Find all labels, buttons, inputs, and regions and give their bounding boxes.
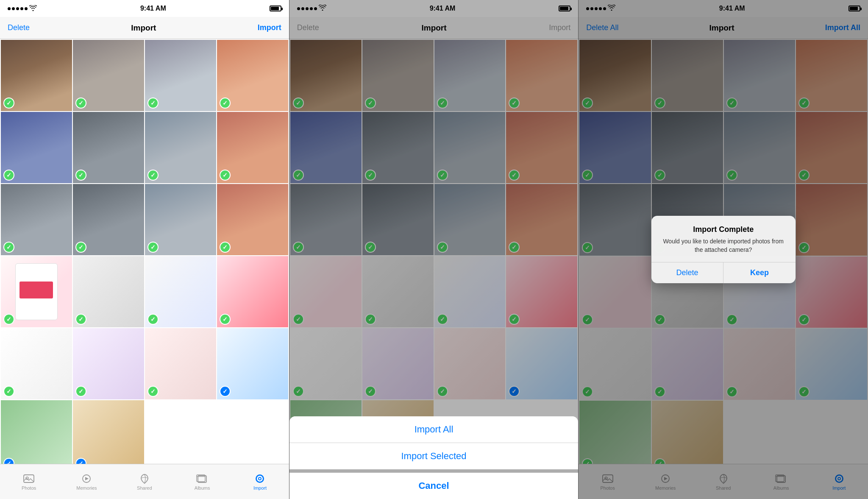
check-r3c1 <box>3 242 14 253</box>
photo-cell-r3c3[interactable] <box>145 184 216 255</box>
check-r2c2 <box>75 170 86 181</box>
photo-cell-r2c3[interactable] <box>145 112 216 183</box>
svg-point-10 <box>259 478 261 479</box>
photo-cell-r5c1[interactable] <box>1 328 72 399</box>
check-r3c4 <box>220 242 231 253</box>
import-all-option[interactable]: Import All <box>289 416 579 443</box>
panel-3: 9:41 AM Delete All Import Import All <box>579 0 868 499</box>
nav-bar-1: Delete Import Import <box>0 17 289 39</box>
dot2 <box>12 7 15 10</box>
photo-cell-r2c1[interactable] <box>1 112 72 183</box>
photo-cell-r5c4[interactable] <box>217 328 288 399</box>
grid-inner-1 <box>0 39 289 464</box>
photo-cell-r1c1[interactable] <box>1 40 72 111</box>
tab-memories-1[interactable]: Memories <box>70 473 103 491</box>
nav-import-1[interactable]: Import <box>258 23 281 32</box>
check-r1c2 <box>75 98 86 109</box>
battery-area-1 <box>270 6 281 11</box>
photo-cell-r2c2[interactable] <box>73 112 144 183</box>
svg-rect-0 <box>24 475 34 482</box>
tab-albums-label-1: Albums <box>195 485 210 491</box>
alert-buttons: Delete Keep <box>651 262 796 283</box>
dot4 <box>20 7 23 10</box>
check-r3c2 <box>75 242 86 253</box>
battery-icon-1 <box>270 6 281 11</box>
status-time-1: 9:41 AM <box>140 5 166 12</box>
photo-cell-r4c1[interactable] <box>1 256 72 327</box>
check-r4c4 <box>220 314 231 325</box>
check-r5c3 <box>147 386 159 397</box>
photo-cell-r5c3[interactable] <box>145 328 216 399</box>
action-sheet-cancel[interactable]: Cancel <box>289 473 579 499</box>
photo-cell-r4c3[interactable] <box>145 256 216 327</box>
photo-grid-1 <box>0 39 289 464</box>
tab-shared-label-1: Shared <box>137 485 152 491</box>
photo-cell-r1c3[interactable] <box>145 40 216 111</box>
alert-keep-button[interactable]: Keep <box>723 262 796 283</box>
svg-marker-3 <box>85 477 89 480</box>
nav-title-1: Import <box>131 23 156 33</box>
alert-delete-button[interactable]: Delete <box>651 262 724 283</box>
tab-memories-label-1: Memories <box>76 485 97 491</box>
check-r5c1 <box>3 386 14 397</box>
tab-albums-1[interactable]: Albums <box>185 473 219 491</box>
check-r4c2 <box>75 314 86 325</box>
memories-icon-1 <box>81 473 92 484</box>
check-r4c1 <box>3 314 14 325</box>
signal-dots <box>8 7 28 10</box>
photo-cell-r2c4[interactable] <box>217 112 288 183</box>
albums-icon-1 <box>196 473 208 484</box>
status-bar-1: 9:41 AM <box>0 0 289 17</box>
alert-body: Import Complete Would you like to delete… <box>651 216 796 262</box>
check-r1c1 <box>3 98 14 109</box>
tab-shared-1[interactable]: Shared <box>128 473 161 491</box>
dot3 <box>16 7 19 10</box>
alert-title: Import Complete <box>660 225 787 234</box>
panel-1: 9:41 AM Delete Import Import <box>0 0 289 499</box>
check-r2c1 <box>3 170 14 181</box>
shared-icon-1 <box>139 473 150 484</box>
tab-photos-1[interactable]: Photos <box>12 473 46 491</box>
photo-cell-r6c2[interactable] <box>73 400 144 464</box>
dot5 <box>25 7 28 10</box>
import-icon-1 <box>254 473 266 484</box>
battery-fill-1 <box>271 7 279 10</box>
tab-photos-label-1: Photos <box>22 485 36 491</box>
check-r3c3 <box>147 242 159 253</box>
panel-2: 9:41 AM Delete Import Import <box>289 0 579 499</box>
photo-cell-r4c2[interactable] <box>73 256 144 327</box>
check-r1c4 <box>220 98 231 109</box>
tab-bar-1: Photos Memories Shared Albums <box>0 464 289 499</box>
dot1 <box>8 7 11 10</box>
tab-import-1[interactable]: Import <box>243 473 277 491</box>
import-selected-option[interactable]: Import Selected <box>289 443 579 469</box>
photo-cell-r3c4[interactable] <box>217 184 288 255</box>
check-r4c3 <box>147 314 159 325</box>
alert-message: Would you like to delete imported photos… <box>660 237 787 254</box>
check-r6c1 <box>3 458 14 464</box>
photo-cell-r3c1[interactable] <box>1 184 72 255</box>
action-sheet-overlay[interactable]: Import All Import Selected Cancel <box>289 0 579 499</box>
photo-cell-r1c4[interactable] <box>217 40 288 111</box>
tab-import-label-1: Import <box>253 485 267 491</box>
action-sheet: Import All Import Selected <box>289 416 579 469</box>
photo-cell-r3c2[interactable] <box>73 184 144 255</box>
import-complete-alert: Import Complete Would you like to delete… <box>651 216 796 283</box>
wifi-icon <box>29 5 37 12</box>
check-r6c2 <box>75 458 86 464</box>
photo-cell-r5c2[interactable] <box>73 328 144 399</box>
signal-area <box>8 5 37 12</box>
photos-icon-1 <box>23 473 35 484</box>
check-r5c2 <box>75 386 86 397</box>
check-r2c4 <box>220 170 231 181</box>
photo-cell-r1c2[interactable] <box>73 40 144 111</box>
photo-cell-r6c1[interactable] <box>1 400 72 464</box>
alert-overlay: Import Complete Would you like to delete… <box>579 0 868 499</box>
check-r5c4 <box>220 386 231 397</box>
photo-cell-r4c4[interactable] <box>217 256 288 327</box>
check-r1c3 <box>147 98 159 109</box>
check-r2c3 <box>147 170 159 181</box>
nav-delete-1[interactable]: Delete <box>8 23 30 32</box>
